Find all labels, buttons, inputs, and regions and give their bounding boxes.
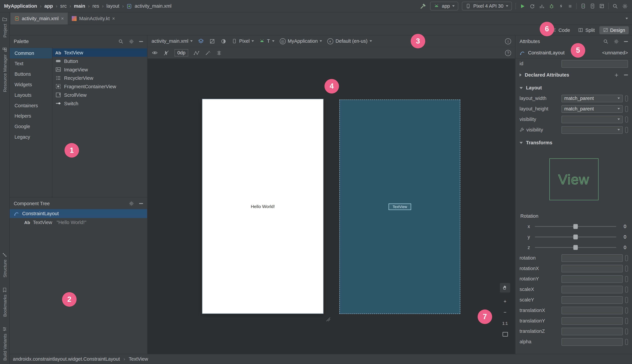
palette-item-fragmentcontainerview[interactable]: FragmentContainerView bbox=[52, 82, 147, 91]
layout-width-combobox[interactable]: match_parent bbox=[562, 94, 623, 102]
stop-icon[interactable] bbox=[568, 4, 572, 9]
tab-activity-main-xml[interactable]: activity_main.xml × bbox=[10, 12, 68, 24]
alpha-input[interactable] bbox=[562, 338, 623, 346]
file-selector[interactable]: activity_main.xml bbox=[152, 38, 193, 44]
palette-item-imageview[interactable]: ImageView bbox=[52, 65, 147, 74]
id-input[interactable] bbox=[562, 60, 628, 68]
scaley-input[interactable] bbox=[562, 296, 623, 304]
tools-attribute-toggle[interactable] bbox=[625, 255, 628, 261]
tools-attribute-toggle[interactable] bbox=[625, 286, 628, 292]
breadcrumb-res[interactable]: res bbox=[92, 3, 99, 9]
tools-attribute-toggle[interactable] bbox=[625, 127, 628, 133]
autoconnect-off-icon[interactable] bbox=[163, 50, 169, 56]
tools-attribute-toggle[interactable] bbox=[625, 276, 628, 282]
theme-dropdown[interactable]: ◎ MyApplication bbox=[280, 38, 322, 44]
rotation-z-slider[interactable] bbox=[535, 247, 616, 248]
palette-item-recyclerview[interactable]: RecyclerView bbox=[52, 74, 147, 82]
device-manager-icon[interactable] bbox=[580, 3, 586, 9]
palette-category-containers[interactable]: Containers bbox=[10, 100, 52, 111]
hide-panel-icon[interactable] bbox=[139, 41, 143, 42]
align-icon[interactable] bbox=[216, 50, 222, 56]
rotationx-input[interactable] bbox=[562, 264, 623, 272]
layout-inspector-icon[interactable] bbox=[599, 3, 605, 9]
tab-overflow-icon[interactable] bbox=[626, 18, 628, 19]
tools-attribute-toggle[interactable] bbox=[625, 307, 628, 313]
search-icon[interactable] bbox=[118, 38, 124, 44]
search-everywhere-icon[interactable] bbox=[612, 3, 618, 9]
view-options-eye-icon[interactable] bbox=[152, 50, 158, 56]
run-button[interactable] bbox=[520, 3, 526, 9]
palette-item-button[interactable]: Button bbox=[52, 57, 147, 66]
gear-icon[interactable] bbox=[614, 38, 619, 44]
tools-attribute-toggle[interactable] bbox=[625, 297, 628, 303]
blueprint-preview-device[interactable]: TextView bbox=[339, 100, 460, 314]
palette-item-textview[interactable]: Ab TextView bbox=[52, 48, 147, 57]
palette-category-widgets[interactable]: Widgets bbox=[10, 80, 52, 90]
add-attribute-icon[interactable] bbox=[614, 72, 619, 78]
night-mode-icon[interactable] bbox=[220, 38, 226, 44]
tools-attribute-toggle[interactable] bbox=[625, 95, 628, 101]
sidebar-item-resource-manager[interactable]: Resource Manager bbox=[2, 47, 7, 92]
rotation-y-slider[interactable] bbox=[535, 236, 616, 238]
tools-attribute-toggle[interactable] bbox=[625, 116, 628, 122]
blueprint-toggle-icon[interactable] bbox=[210, 38, 216, 44]
close-icon[interactable]: × bbox=[112, 16, 115, 21]
palette-category-google[interactable]: Google bbox=[10, 121, 52, 132]
search-icon[interactable] bbox=[603, 38, 609, 44]
tree-item-textview[interactable]: Ab TextView "Hello World!" bbox=[10, 218, 147, 227]
visibility-combobox[interactable] bbox=[562, 116, 623, 123]
slider-thumb[interactable] bbox=[573, 224, 578, 229]
palette-category-layouts[interactable]: Layouts bbox=[10, 90, 52, 100]
hide-panel-icon[interactable] bbox=[624, 41, 628, 42]
api-version-dropdown[interactable]: T bbox=[259, 38, 274, 44]
tools-attribute-toggle[interactable] bbox=[625, 266, 628, 272]
logcat-icon[interactable] bbox=[590, 3, 595, 9]
scalex-input[interactable] bbox=[562, 286, 623, 293]
device-dropdown[interactable]: Pixel 4 API 30 bbox=[462, 2, 512, 10]
build-hammer-icon[interactable] bbox=[420, 3, 426, 9]
remove-attribute-icon[interactable] bbox=[624, 74, 628, 76]
profiler-icon[interactable] bbox=[539, 3, 545, 9]
breadcrumb-app[interactable]: app bbox=[44, 3, 53, 9]
tree-item-constraintlayout[interactable]: ConstraintLayout bbox=[10, 209, 147, 218]
sidebar-item-structure[interactable]: Structure bbox=[2, 252, 7, 278]
palette-category-legacy[interactable]: Legacy bbox=[10, 132, 52, 142]
info-icon[interactable]: i bbox=[505, 38, 511, 44]
sidebar-item-build-variants[interactable]: Build Variants bbox=[2, 326, 7, 361]
layout-height-combobox[interactable]: match_parent bbox=[562, 105, 623, 112]
close-icon[interactable]: × bbox=[61, 16, 64, 21]
infer-constraints-wand-icon[interactable] bbox=[205, 50, 211, 56]
palette-item-scrollview[interactable]: ScrollView bbox=[52, 91, 147, 99]
resize-handle-icon[interactable] bbox=[326, 317, 330, 322]
breadcrumb-main[interactable]: main bbox=[74, 3, 85, 9]
design-surface[interactable]: Hello World! TextView + bbox=[148, 59, 515, 354]
clear-constraints-icon[interactable] bbox=[194, 50, 200, 56]
slider-thumb[interactable] bbox=[573, 245, 578, 250]
declared-attributes-section[interactable]: Declared Attributes bbox=[516, 70, 632, 80]
settings-gear-icon[interactable] bbox=[622, 3, 628, 9]
palette-category-buttons[interactable]: Buttons bbox=[10, 69, 52, 80]
tools-attribute-toggle[interactable] bbox=[625, 318, 628, 324]
design-preview-device[interactable]: Hello World! bbox=[202, 99, 323, 314]
palette-category-text[interactable]: Text bbox=[10, 58, 52, 69]
debug-bug-icon[interactable] bbox=[548, 3, 554, 9]
palette-category-helpers[interactable]: Helpers bbox=[10, 111, 52, 121]
translationx-input[interactable] bbox=[562, 306, 623, 314]
zoom-to-fit-icon[interactable] bbox=[500, 329, 510, 339]
breadcrumb-layout[interactable]: layout bbox=[106, 3, 119, 9]
hello-world-text[interactable]: Hello World! bbox=[251, 204, 275, 209]
tools-attribute-toggle[interactable] bbox=[625, 328, 628, 334]
palette-item-switch[interactable]: Switch bbox=[52, 99, 147, 108]
design-view-button[interactable]: Design bbox=[599, 26, 629, 34]
rotation-input[interactable] bbox=[562, 254, 623, 262]
split-view-button[interactable]: Split bbox=[574, 26, 598, 34]
breadcrumb-src[interactable]: src bbox=[60, 3, 67, 9]
hide-panel-icon[interactable] bbox=[139, 203, 143, 204]
zoom-out-button[interactable]: − bbox=[500, 308, 510, 317]
layout-section-header[interactable]: Layout bbox=[516, 82, 632, 93]
breadcrumb-file[interactable]: activity_main.xml bbox=[135, 3, 172, 9]
gear-icon[interactable] bbox=[129, 200, 134, 206]
rotationy-input[interactable] bbox=[562, 275, 623, 283]
locale-dropdown[interactable]: ◐ Default (en-us) bbox=[328, 38, 372, 44]
translationz-input[interactable] bbox=[562, 328, 623, 335]
